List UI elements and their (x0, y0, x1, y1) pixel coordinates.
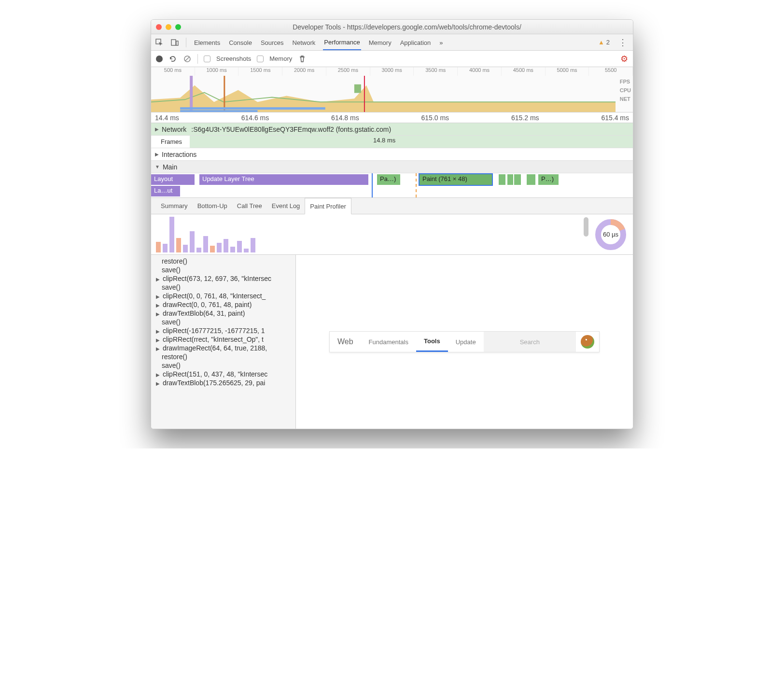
clear-icon[interactable] (183, 55, 192, 63)
bar-paint-selected[interactable]: Paint (761 × 48) (420, 174, 492, 185)
tab-application[interactable]: Application (399, 35, 432, 50)
disclosure-icon[interactable]: ▶ (155, 152, 159, 157)
draw-command[interactable]: ▶ drawTextBlob(64, 31, paint) (151, 309, 295, 318)
draw-command[interactable]: ▶ drawRect(0, 0, 761, 48, paint) (151, 300, 295, 309)
tick: 1000 ms (195, 67, 239, 76)
bar-paint[interactable] (514, 174, 521, 185)
tab-sources[interactable]: Sources (260, 35, 285, 50)
draw-command[interactable]: save() (151, 318, 295, 326)
disclosure-icon[interactable]: ▶ (156, 277, 160, 282)
overview-lane-labels: FPS CPU NET (620, 79, 631, 102)
settings-icon[interactable]: ⚙ (620, 54, 628, 64)
frame-duration: 14.8 ms (373, 137, 395, 144)
track-network[interactable]: ▶ Network :S6g4U3t-Y5UEw0lE80llgEseQY3FE… (151, 123, 633, 136)
screenshots-label: Screenshots (216, 55, 251, 62)
close-icon[interactable] (156, 24, 162, 30)
draw-command[interactable]: ▶ clipRect(-16777215, -16777215, 1 (151, 326, 295, 335)
svg-rect-8 (180, 107, 325, 110)
bar-paint[interactable] (507, 174, 513, 185)
trash-icon[interactable] (298, 55, 307, 63)
tab-bottom-up[interactable]: Bottom-Up (193, 198, 232, 214)
svg-rect-5 (190, 76, 193, 112)
lane-fps: FPS (620, 79, 631, 84)
tab-summary[interactable]: Summary (156, 198, 193, 214)
inspect-icon[interactable] (155, 38, 164, 47)
warning-count: 2 (606, 39, 610, 46)
draw-command[interactable]: save() (151, 361, 295, 370)
separator (186, 38, 186, 47)
bar-paint[interactable] (499, 174, 505, 185)
tab-console[interactable]: Console (228, 35, 253, 50)
tab-paint-profiler[interactable]: Paint Profiler (305, 198, 351, 214)
track-label: Network (162, 126, 186, 133)
tab-elements[interactable]: Elements (193, 35, 221, 50)
disclosure-icon[interactable]: ▶ (155, 126, 159, 132)
track-interactions[interactable]: ▶ Interactions (151, 148, 633, 161)
device-icon[interactable] (170, 38, 179, 47)
draw-command[interactable]: ▶ drawTextBlob(175.265625, 29, pai (151, 378, 295, 387)
draw-command[interactable]: restore() (151, 352, 295, 361)
draw-command[interactable]: restore() (151, 257, 295, 266)
svg-rect-1 (171, 40, 176, 45)
bar-layout-nested[interactable]: La…ut (151, 186, 180, 196)
marker-line (372, 173, 373, 197)
bar-paint[interactable] (527, 174, 535, 185)
panel-tabstrip: Elements Console Sources Network Perform… (151, 34, 633, 51)
ruler-tick: 615.0 ms (421, 114, 449, 122)
svg-rect-2 (176, 41, 178, 45)
draw-command[interactable]: save() (151, 266, 295, 274)
draw-command[interactable]: ▶ clipRRect(rrect, "kIntersect_Op", t (151, 335, 295, 344)
paint-profiler-body: restore()save()▶ clipRect(673, 12, 697, … (151, 255, 633, 429)
bar-layout[interactable]: Layout (151, 174, 195, 185)
screenshots-checkbox[interactable] (204, 56, 210, 62)
tab-memory[interactable]: Memory (368, 35, 392, 50)
disclosure-icon[interactable]: ▶ (156, 346, 160, 351)
disclosure-icon[interactable]: ▼ (155, 164, 160, 169)
draw-command[interactable]: ▶ drawImageRect(64, 64, true, 2188, (151, 344, 295, 352)
bar-paint[interactable]: P…) (538, 174, 559, 185)
separator (197, 54, 198, 64)
paint-histogram[interactable]: 60 µs (151, 214, 633, 255)
disclosure-icon[interactable]: ▶ (156, 303, 160, 308)
reload-icon[interactable] (168, 55, 177, 63)
bar-update-layer-tree[interactable]: Update Layer Tree (199, 174, 368, 185)
tab-performance[interactable]: Performance (323, 35, 361, 50)
draw-command[interactable]: ▶ clipRect(673, 12, 697, 36, "kIntersec (151, 274, 295, 283)
memory-checkbox[interactable] (257, 56, 264, 62)
disclosure-icon[interactable]: ▶ (156, 372, 160, 377)
menu-icon[interactable]: ⋮ (616, 37, 629, 48)
preview-nav-item: Update (448, 332, 484, 352)
tab-call-tree[interactable]: Call Tree (232, 198, 267, 214)
tab-event-log[interactable]: Event Log (267, 198, 305, 214)
ruler-tick: 615.2 ms (511, 114, 539, 122)
overview-timeline[interactable]: 500 ms 1000 ms 1500 ms 2000 ms 2500 ms 3… (151, 67, 633, 112)
flame-chart[interactable]: ▶ Network :S6g4U3t-Y5UEw0lE80llgEseQY3FE… (151, 123, 633, 198)
disclosure-icon[interactable]: ▶ (156, 294, 160, 299)
draw-command[interactable]: save() (151, 283, 295, 292)
preview-navbar: Web Fundamentals Tools Update Search (329, 331, 600, 352)
disclosure-icon[interactable]: ▶ (156, 329, 160, 334)
tab-network[interactable]: Network (292, 35, 317, 50)
bar-paint[interactable]: Pa…) (377, 174, 400, 185)
main-thread-bars[interactable]: Layout La…ut Update Layer Tree Pa…) Pain… (151, 173, 633, 197)
disclosure-icon[interactable]: ▶ (156, 337, 160, 343)
warning-icon: ▲ (598, 39, 604, 46)
tick: 3500 ms (414, 67, 458, 76)
tabs-overflow[interactable]: » (438, 35, 444, 50)
track-frames[interactable]: Frames 14.8 ms (151, 136, 633, 148)
preview-nav-item: Tools (416, 332, 448, 352)
warnings-badge[interactable]: ▲ 2 (598, 39, 610, 46)
histogram-scrollbar[interactable] (584, 217, 588, 237)
disclosure-icon[interactable]: ▶ (156, 311, 160, 317)
maximize-icon[interactable] (175, 24, 181, 30)
record-button[interactable] (156, 56, 163, 62)
ruler-tick: 614.6 ms (241, 114, 269, 122)
draw-command[interactable]: ▶ clipRect(0, 0, 761, 48, "kIntersect_ (151, 292, 295, 300)
overview-ticks: 500 ms 1000 ms 1500 ms 2000 ms 2500 ms 3… (151, 67, 633, 76)
draw-command[interactable]: ▶ clipRect(151, 0, 437, 48, "kIntersec (151, 370, 295, 378)
disclosure-icon[interactable]: ▶ (156, 381, 160, 386)
detail-ruler[interactable]: 14.4 ms 614.6 ms 614.8 ms 615.0 ms 615.2… (151, 112, 633, 123)
track-main-header[interactable]: ▼ Main (151, 161, 633, 173)
minimize-icon[interactable] (166, 24, 171, 30)
draw-commands-list[interactable]: restore()save()▶ clipRect(673, 12, 697, … (151, 255, 296, 429)
